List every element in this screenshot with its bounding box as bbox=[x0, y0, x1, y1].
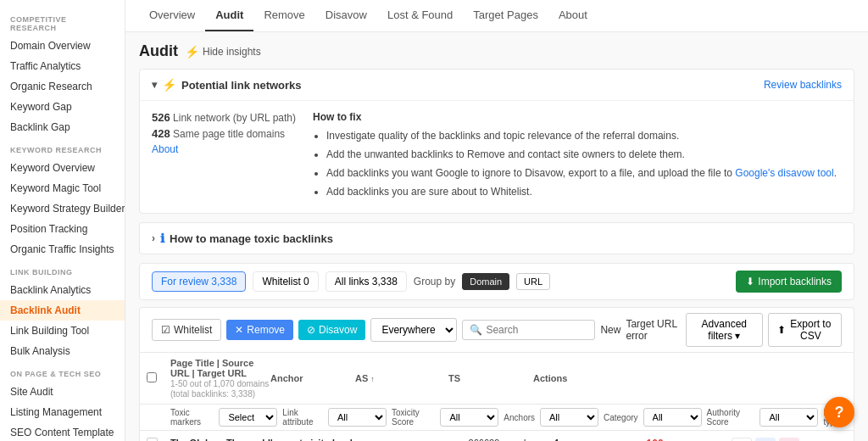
how-to-fix-title: How to fix bbox=[313, 111, 837, 123]
tab-overview[interactable]: Overview bbox=[139, 0, 205, 31]
sidebar-item-keyword-magic[interactable]: Keyword Magic Tool bbox=[0, 178, 125, 198]
tab-remove[interactable]: Remove bbox=[253, 0, 314, 31]
remove-button[interactable]: ✕ Remove bbox=[226, 320, 293, 340]
import-backlinks-button[interactable]: ⬇ Import backlinks bbox=[736, 271, 842, 293]
everywhere-select[interactable]: Everywhere bbox=[370, 318, 457, 342]
expand-arrow-icon: › bbox=[152, 232, 155, 244]
col-anchor: Anchor bbox=[270, 373, 355, 383]
disavow-button[interactable]: ⊘ Disavow bbox=[298, 320, 365, 340]
toxic-markers-select[interactable]: Select bbox=[219, 408, 277, 427]
sidebar-section-label-op: On Page & Tech SEO bbox=[0, 361, 125, 382]
hide-insights-button[interactable]: ⚡ Hide insights bbox=[185, 45, 261, 59]
how-to-fix-item-2: Add the unwanted backlinks to Remove and… bbox=[326, 147, 837, 162]
sidebar-item-seo-content-template[interactable]: SEO Content Template bbox=[0, 422, 125, 441]
sidebar-section-label-kw: Keyword Research bbox=[0, 137, 125, 158]
how-to-fix-section: How to fix Investigate quality of the ba… bbox=[313, 111, 837, 203]
tab-disavow[interactable]: Disavow bbox=[315, 0, 377, 31]
sidebar-item-backlink-analytics[interactable]: Backlink Analytics bbox=[0, 280, 125, 300]
authority-score-select[interactable]: All bbox=[760, 408, 818, 427]
tab-audit[interactable]: Audit bbox=[205, 0, 253, 31]
sort-arrow-as[interactable]: ↑ bbox=[370, 375, 375, 383]
audit-header: Audit ⚡ Hide insights bbox=[139, 42, 854, 60]
how-to-fix-item-3: Add backlinks you want Google to ignore … bbox=[326, 165, 837, 181]
sidebar-item-keyword-overview[interactable]: Keyword Overview bbox=[0, 158, 125, 178]
advanced-filters-button[interactable]: Advanced filters ▾ bbox=[686, 313, 763, 347]
toxic-card-header[interactable]: › ℹ How to manage toxic backlinks bbox=[140, 223, 854, 254]
sidebar-item-organic-research[interactable]: Organic Research bbox=[0, 76, 125, 97]
insight-card-title-group: ▾ ⚡ Potential link networks bbox=[152, 78, 302, 92]
filter-tab-all-links[interactable]: All links 3,338 bbox=[326, 271, 407, 292]
tab-target-pages[interactable]: Target Pages bbox=[463, 0, 548, 31]
sidebar-item-backlink-gap[interactable]: Backlink Gap bbox=[0, 117, 125, 137]
table-row: The Globe – The world's most visited web… bbox=[140, 431, 854, 441]
sidebar-item-traffic-analytics[interactable]: Traffic Analytics bbox=[0, 56, 125, 76]
row1-checkbox-col bbox=[147, 438, 170, 441]
sidebar-item-site-audit[interactable]: Site Audit bbox=[0, 382, 125, 402]
row1-link-icon[interactable]: 🔗 bbox=[755, 438, 776, 441]
insight-card-body: 526 Link network (by URL path) 428 Same … bbox=[140, 100, 854, 213]
filter-tab-whitelist[interactable]: Whitelist 0 bbox=[253, 271, 318, 292]
row1-file-icon[interactable]: 📄 bbox=[732, 438, 752, 441]
about-link[interactable]: About bbox=[152, 143, 178, 155]
anchors-select[interactable]: All bbox=[540, 408, 598, 427]
table-header-row: Page Title | Source URL | Target URL 1-5… bbox=[140, 353, 854, 405]
sidebar-section-label-lb: Link Building bbox=[0, 260, 125, 280]
info-circle-icon: ℹ bbox=[160, 232, 164, 245]
col-checkbox bbox=[147, 372, 170, 384]
row1-ts-col: 100 ▾ bbox=[647, 438, 732, 441]
sidebar-section-on-page: On Page & Tech SEO Site Audit Listing Ma… bbox=[0, 361, 125, 441]
row1-checkbox[interactable] bbox=[147, 438, 158, 441]
toxicity-score-select[interactable]: All bbox=[440, 408, 498, 427]
sidebar-item-domain-overview[interactable]: Domain Overview bbox=[0, 36, 125, 56]
lightning-icon-2: ⚡ bbox=[162, 78, 176, 92]
how-to-fix-item-1: Investigate quality of the backlinks and… bbox=[326, 128, 837, 143]
group-by-domain-button[interactable]: Domain bbox=[462, 273, 509, 290]
table-filter-row: Toxic markers Select Link attribute All … bbox=[140, 405, 854, 431]
sidebar-section-label: Competitive Research bbox=[0, 7, 125, 36]
sidebar-item-link-building-tool[interactable]: Link Building Tool bbox=[0, 321, 125, 341]
col-as: AS ↑ bbox=[355, 373, 448, 383]
row1-ban-icon[interactable]: 🚫 bbox=[779, 438, 799, 441]
sidebar: Competitive Research Domain Overview Tra… bbox=[0, 0, 125, 441]
target-url-error-label: Target URL error bbox=[626, 318, 681, 342]
sidebar-item-keyword-strategy[interactable]: Keyword Strategy Builder bbox=[0, 198, 125, 219]
select-all-checkbox[interactable] bbox=[147, 372, 157, 382]
sidebar-item-listing-management[interactable]: Listing Management bbox=[0, 402, 125, 422]
export-csv-button[interactable]: ⬆ Export to CSV bbox=[768, 313, 842, 347]
review-backlinks-link[interactable]: Review backlinks bbox=[764, 79, 842, 91]
row1-anchor-col: 266629. swydo.com Text Compound ▾ bbox=[469, 438, 554, 441]
tab-about[interactable]: About bbox=[548, 0, 598, 31]
export-icon: ⬆ bbox=[777, 324, 786, 336]
filter-link-attribute: Link attribute bbox=[282, 408, 323, 427]
lightning-icon: ⚡ bbox=[185, 45, 199, 59]
search-box[interactable]: 🔍 bbox=[462, 320, 595, 340]
filter-tab-for-review[interactable]: For review 3,338 bbox=[152, 271, 246, 292]
how-to-fix-item-4: Add backlinks you are sure about to Whit… bbox=[326, 184, 837, 199]
search-input[interactable] bbox=[486, 324, 587, 336]
tab-lost-found[interactable]: Lost & Found bbox=[377, 0, 463, 31]
stat-link-network: 526 Link network (by URL path) bbox=[152, 111, 296, 124]
filter-authority-score: Authority Score bbox=[707, 408, 755, 427]
sidebar-item-keyword-gap[interactable]: Keyword Gap bbox=[0, 97, 125, 117]
insight-card-header[interactable]: ▾ ⚡ Potential link networks Review backl… bbox=[140, 70, 854, 100]
sidebar-item-backlink-audit[interactable]: Backlink Audit bbox=[0, 300, 125, 321]
link-attribute-select[interactable]: All bbox=[328, 408, 387, 427]
filter-toxic-markers: Toxic markers bbox=[170, 408, 214, 427]
stat-label-same-page: Same page title domains bbox=[173, 128, 285, 140]
disavow-tool-link[interactable]: Google's disavow tool bbox=[735, 167, 833, 179]
whitelist-icon: ☑ bbox=[161, 324, 170, 336]
col-ts: TS bbox=[448, 373, 533, 383]
whitelist-button[interactable]: ☑ Whitelist bbox=[152, 319, 221, 341]
help-button[interactable]: ? bbox=[824, 397, 854, 427]
sidebar-item-organic-traffic[interactable]: Organic Traffic Insights bbox=[0, 239, 125, 260]
sidebar-item-position-tracking[interactable]: Position Tracking bbox=[0, 219, 125, 239]
row1-as-value: 4 bbox=[554, 438, 559, 441]
sidebar-item-bulk-analysis[interactable]: Bulk Analysis bbox=[0, 341, 125, 361]
search-icon: 🔍 bbox=[470, 324, 482, 336]
row1-as-col: 4 bbox=[554, 438, 647, 441]
category-select[interactable]: All bbox=[643, 408, 702, 427]
group-by-url-button[interactable]: URL bbox=[516, 273, 550, 290]
filter-bar: For review 3,338 Whitelist 0 All links 3… bbox=[139, 263, 854, 300]
col-actions: Actions bbox=[533, 373, 618, 383]
toxic-card-title-group: › ℹ How to manage toxic backlinks bbox=[152, 232, 333, 245]
